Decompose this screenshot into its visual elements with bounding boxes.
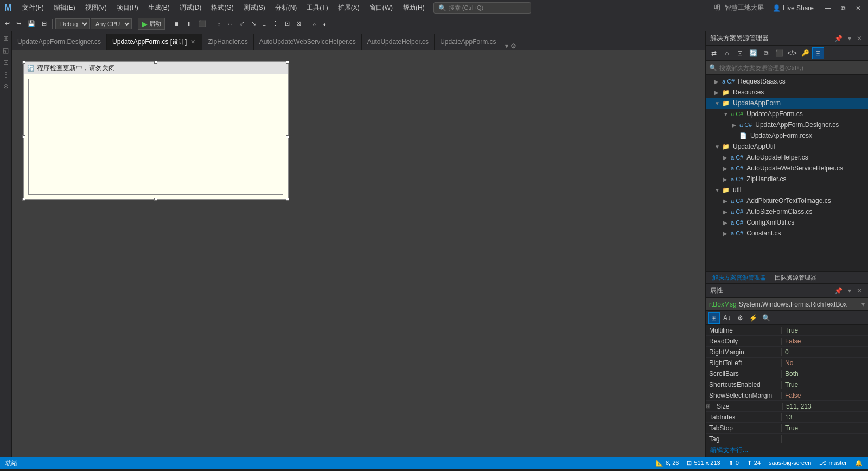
sidebar-icon-2[interactable]: ◱	[1, 46, 11, 55]
sol-tb-btn-1[interactable]: ⇄	[708, 47, 720, 59]
tree-item-autoupdatewebservice[interactable]: ▶ a C# AutoUpdateWebServiceHelper.cs	[706, 163, 868, 174]
tree-item-addpixture[interactable]: ▶ a C# AddPixtureOrTextToImage.cs	[706, 195, 868, 206]
resize-handle-tr[interactable]	[286, 61, 289, 64]
tab-updateappform[interactable]: UpdateAppForm.cs	[435, 34, 502, 50]
tab-ziphandler[interactable]: ZipHandler.cs	[202, 34, 253, 50]
prop-value-shortcuts[interactable]: True	[782, 381, 868, 389]
sol-tb-btn-5[interactable]: ⧉	[760, 47, 772, 59]
prop-value-readonly[interactable]: False	[782, 338, 868, 345]
menu-help[interactable]: 帮助(H)	[398, 2, 429, 14]
tab-autoupdate-webservice[interactable]: AutoUpdateWebServiceHelper.cs	[254, 34, 362, 50]
props-icon-alpha[interactable]: A↓	[721, 312, 733, 324]
menu-build[interactable]: 生成(B)	[144, 2, 174, 14]
tree-item-configxml[interactable]: ▶ a C# ConfigXmlUtil.cs	[706, 217, 868, 228]
form-window[interactable]: 🔄 程序检查更新中，请勿关闭	[23, 61, 289, 200]
tab-designer-cs[interactable]: UpdateAppForm.Designer.cs	[12, 34, 107, 50]
redo-button[interactable]: ↪	[14, 19, 24, 28]
sidebar-icon-1[interactable]: ⊞	[1, 34, 11, 43]
tree-item-updateappform-folder[interactable]: ▼ 📁 UpdateAppForm	[706, 98, 868, 109]
sol-tb-btn-2[interactable]: ⌂	[721, 47, 733, 59]
debug-config-select[interactable]: Debug	[55, 18, 90, 29]
props-icon-events[interactable]: ⚡	[747, 312, 759, 324]
resize-handle-br[interactable]	[286, 198, 289, 201]
tree-item-updateappform-cs[interactable]: ▼ a C# UpdateAppForm.cs	[706, 109, 868, 119]
toolbar-btn-12[interactable]: ⬦	[310, 20, 319, 28]
prop-value-tabstop[interactable]: True	[782, 424, 868, 432]
resize-handle-mr[interactable]	[286, 135, 289, 138]
toolbar-btn-4[interactable]: ↕	[215, 20, 224, 28]
edit-text-link[interactable]: 编辑文本行...	[706, 443, 868, 457]
sol-tb-btn-3[interactable]: ⊡	[734, 47, 746, 59]
toolbar-btn-8[interactable]: ≡	[260, 20, 269, 28]
resize-handle-ml[interactable]	[22, 135, 25, 138]
sol-close-button[interactable]: ✕	[855, 35, 864, 42]
sol-dropdown-button[interactable]: ▾	[846, 35, 853, 42]
rich-textbox-control[interactable]	[28, 79, 283, 195]
toolbar-btn-7[interactable]: ⤡	[248, 19, 259, 28]
status-project[interactable]: saas-big-screen	[769, 460, 811, 467]
resize-handle-bc[interactable]	[154, 198, 157, 201]
toolbar-btn-2[interactable]: ⏸	[183, 20, 195, 28]
title-search[interactable]: 🔍 搜索 (Ctrl+Q)	[433, 2, 531, 14]
props-icon-props[interactable]: ⚙	[734, 312, 746, 324]
menu-format[interactable]: 格式(G)	[207, 2, 238, 14]
prop-value-righttoleft[interactable]: No	[782, 359, 868, 367]
tab-solution-explorer[interactable]: 解决方案资源管理器	[708, 272, 770, 283]
menu-test[interactable]: 测试(S)	[239, 2, 270, 14]
tree-item-resx[interactable]: 📄 UpdateAppForm.resx	[706, 130, 868, 141]
tab-design-view[interactable]: UpdateAppForm.cs [设计] ✕	[107, 34, 202, 50]
live-share-button[interactable]: 👤 Live Share	[768, 3, 818, 14]
menu-debug[interactable]: 调试(D)	[175, 2, 206, 14]
status-branch[interactable]: ⎇ master	[819, 460, 847, 467]
toolbar-btn-6[interactable]: ⤢	[237, 19, 247, 28]
toolbar-btn-10[interactable]: ⊡	[282, 19, 292, 28]
tab-autoUpdateHelper[interactable]: AutoUpdateHelper.cs	[362, 34, 435, 50]
tree-item-util[interactable]: ▼ 📁 util	[706, 184, 868, 195]
sidebar-icon-5[interactable]: ⊘	[1, 81, 11, 91]
sol-pin-button[interactable]: 📌	[833, 35, 844, 42]
status-notifications[interactable]: 🔔	[855, 460, 863, 467]
tabs-overflow[interactable]: ▾ ⚙	[502, 42, 519, 50]
sol-tb-btn-8[interactable]: 🔑	[799, 47, 811, 59]
menu-view[interactable]: 视图(V)	[81, 2, 111, 14]
prop-value-rightmargin[interactable]: 0	[782, 348, 868, 356]
prop-value-tabindex[interactable]: 13	[782, 413, 868, 421]
menu-project[interactable]: 项目(P)	[112, 2, 143, 14]
prop-value-multiline[interactable]: True	[782, 327, 868, 334]
toolbar-btn-11[interactable]: ⊠	[293, 19, 304, 28]
prop-expand-size[interactable]: ⊞	[706, 403, 712, 409]
props-pin-button[interactable]: 📌	[833, 287, 844, 295]
tree-item-ziphandler[interactable]: ▶ a C# ZipHandler.cs	[706, 174, 868, 184]
toolbar-btn-1[interactable]: ⏹	[171, 20, 182, 28]
resize-handle-bl[interactable]	[22, 198, 25, 201]
menu-edit[interactable]: 编辑(E)	[49, 2, 80, 14]
sidebar-icon-3[interactable]: ⊡	[1, 58, 11, 67]
menu-analyze[interactable]: 分析(N)	[271, 2, 302, 14]
menu-tools[interactable]: 工具(T)	[302, 2, 332, 14]
tree-item-autosizeform[interactable]: ▶ a C# AutoSizeFormClass.cs	[706, 206, 868, 217]
props-icon-search[interactable]: 🔍	[760, 312, 772, 324]
form-designer-canvas[interactable]: 🔄 程序检查更新中，请勿关闭	[12, 50, 705, 457]
menu-window[interactable]: 窗口(W)	[365, 2, 397, 14]
tree-item-autoupdatehelper[interactable]: ▶ a C# AutoUpdateHelper.cs	[706, 152, 868, 163]
props-obj-dropdown[interactable]: ▾	[861, 301, 865, 308]
tab-team-explorer[interactable]: 团队资源管理器	[770, 272, 821, 283]
form-body[interactable]	[24, 74, 288, 199]
resize-handle-tc[interactable]	[154, 61, 157, 64]
save-all-button[interactable]: ⊞	[39, 19, 49, 28]
toolbar-btn-5[interactable]: ↔	[225, 20, 236, 28]
menu-file[interactable]: 文件(F)	[18, 2, 48, 14]
resize-handle-tl[interactable]	[22, 61, 25, 64]
prop-value-size[interactable]: 511, 213	[783, 403, 868, 410]
undo-button[interactable]: ↩	[2, 19, 12, 28]
menu-extensions[interactable]: 扩展(X)	[334, 2, 364, 14]
props-icon-category[interactable]: ⊞	[708, 312, 720, 324]
tree-item-constant[interactable]: ▶ a C# Constant.cs	[706, 228, 868, 239]
sol-tb-btn-9[interactable]: ⊟	[812, 47, 824, 59]
start-debug-button[interactable]: ▶ 启动	[138, 18, 165, 30]
props-close-button[interactable]: ✕	[855, 287, 864, 295]
tree-item-requestsaas[interactable]: ▶ a C# RequestSaas.cs	[706, 76, 868, 87]
solution-search-input[interactable]	[719, 65, 865, 71]
tree-item-updateapputil[interactable]: ▼ 📁 UpdateAppUtil	[706, 141, 868, 152]
window-restore-button[interactable]: ⧉	[838, 3, 848, 14]
